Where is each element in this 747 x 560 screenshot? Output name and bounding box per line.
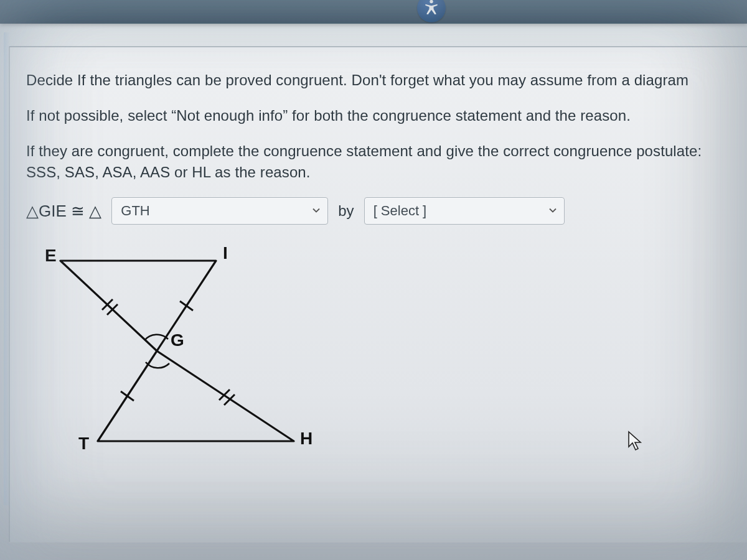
vertex-label-g: G xyxy=(171,330,184,350)
reason-select-value: [ Select ] xyxy=(374,203,427,219)
svg-line-1 xyxy=(180,301,193,310)
triangle-select[interactable]: GTH xyxy=(111,197,328,225)
vertex-label-e: E xyxy=(45,246,57,266)
window-titlebar-fragment xyxy=(0,0,747,24)
reason-select[interactable]: [ Select ] xyxy=(364,197,565,225)
triangle-select-value: GTH xyxy=(121,203,149,219)
vertex-label-h: H xyxy=(300,429,312,449)
question-text: Decide If the triangles can be proved co… xyxy=(10,70,747,184)
chevron-down-icon xyxy=(311,203,321,219)
photo-frame: Decide If the triangles can be proved co… xyxy=(0,0,747,560)
vertex-label-t: T xyxy=(78,434,89,454)
cursor-icon xyxy=(626,431,645,454)
congruence-prefix: △GIE ≅ △ xyxy=(26,202,101,221)
svg-line-2 xyxy=(121,391,134,401)
chevron-down-icon xyxy=(548,203,558,219)
triangle-diagram: E I G T H xyxy=(26,242,375,478)
answer-row: △GIE ≅ △ GTH by [ Select ] xyxy=(10,197,747,225)
question-paragraph-3: If they are congruent, complete the cong… xyxy=(26,141,733,184)
question-panel: Decide If the triangles can be proved co… xyxy=(9,46,747,543)
question-paragraph-1: Decide If the triangles can be proved co… xyxy=(26,70,733,91)
accessibility-icon xyxy=(423,0,440,18)
question-paragraph-2: If not possible, select “Not enough info… xyxy=(26,105,733,127)
vertex-label-i: I xyxy=(223,243,228,263)
svg-point-0 xyxy=(430,0,433,3)
by-label: by xyxy=(338,202,354,220)
